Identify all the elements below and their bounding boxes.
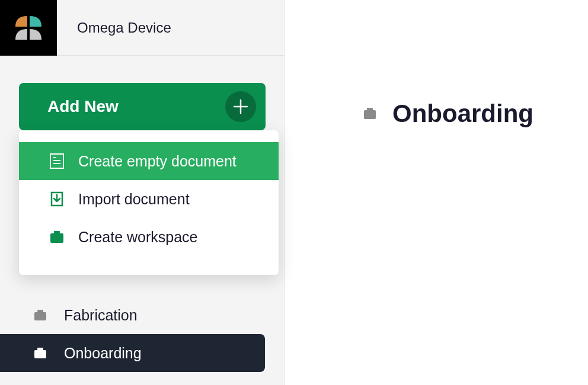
nav-list: Fabrication Onboarding — [0, 296, 284, 372]
svg-rect-8 — [37, 348, 43, 350]
app-logo[interactable] — [0, 0, 57, 56]
add-new-dropdown: Create empty document Import document Cr… — [19, 130, 279, 275]
dropdown-item-create-workspace[interactable]: Create workspace — [19, 218, 279, 256]
svg-rect-6 — [37, 310, 43, 312]
nav-item-fabrication[interactable]: Fabrication — [0, 296, 284, 334]
svg-rect-10 — [367, 108, 373, 110]
svg-rect-4 — [54, 231, 60, 233]
workspace-title[interactable]: Omega Device — [57, 20, 171, 36]
import-icon — [47, 190, 66, 208]
briefcase-icon — [47, 227, 66, 246]
main-content: Onboarding — [285, 0, 588, 385]
briefcase-icon — [362, 105, 378, 122]
svg-rect-5 — [50, 233, 63, 243]
sidebar-body: Add New Create empty document Import doc… — [0, 56, 284, 372]
svg-rect-11 — [364, 110, 376, 119]
dropdown-item-label: Create empty document — [78, 153, 237, 170]
svg-rect-9 — [34, 350, 46, 358]
briefcase-icon — [33, 308, 47, 322]
briefcase-icon — [33, 346, 47, 360]
dropdown-item-label: Create workspace — [78, 229, 197, 246]
plus-icon — [225, 91, 256, 122]
page-header: Onboarding — [362, 100, 588, 128]
dropdown-item-label: Import document — [78, 191, 190, 208]
nav-item-onboarding[interactable]: Onboarding — [0, 334, 265, 372]
dropdown-item-import-document[interactable]: Import document — [19, 180, 279, 218]
sidebar: Omega Device Add New Create empty docume… — [0, 0, 285, 385]
add-new-button[interactable]: Add New — [19, 83, 266, 130]
dropdown-item-create-document[interactable]: Create empty document — [19, 142, 279, 180]
nav-item-label: Onboarding — [64, 345, 142, 362]
document-icon — [47, 152, 66, 171]
page-title: Onboarding — [392, 100, 533, 128]
logo-icon — [15, 16, 41, 40]
add-new-label: Add New — [47, 97, 119, 116]
svg-rect-7 — [34, 312, 46, 320]
sidebar-header: Omega Device — [0, 0, 284, 56]
nav-item-label: Fabrication — [64, 307, 138, 324]
